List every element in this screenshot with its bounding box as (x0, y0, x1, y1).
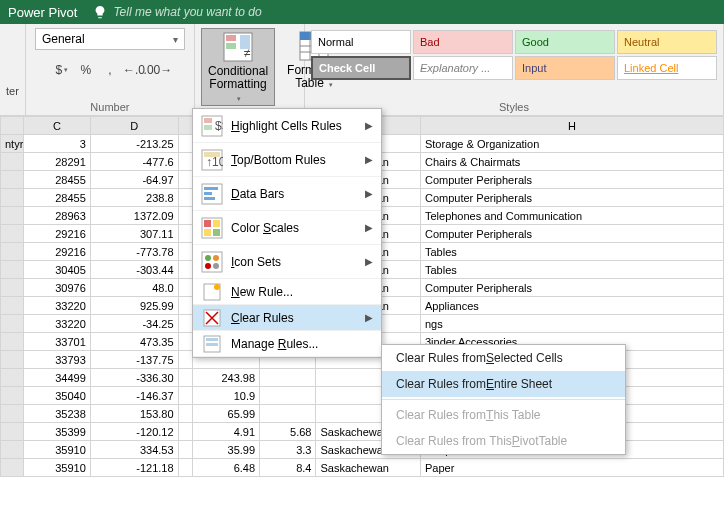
number-format-combo[interactable]: General ▾ (35, 28, 185, 50)
submenu-clear-selected[interactable]: Clear Rules from Selected Cells (382, 345, 625, 371)
increase-decimal-button[interactable]: ←.0 (124, 60, 144, 80)
style-normal[interactable]: Normal (311, 30, 411, 54)
svg-text:≠: ≠ (244, 46, 251, 60)
comma-button[interactable]: , (100, 60, 120, 80)
svg-rect-36 (206, 338, 218, 341)
style-good[interactable]: Good (515, 30, 615, 54)
svg-rect-24 (213, 220, 220, 227)
tell-me-search[interactable]: Tell me what you want to do (93, 5, 261, 19)
svg-rect-2 (226, 43, 236, 49)
submenu-arrow-icon: ▶ (365, 154, 373, 165)
decrease-decimal-button[interactable]: .00→ (148, 60, 168, 80)
svg-point-33 (214, 284, 220, 290)
select-all-corner[interactable] (1, 117, 24, 135)
lightbulb-icon (93, 5, 107, 19)
col-header-h[interactable]: H (420, 117, 723, 135)
svg-text:$>: $> (215, 119, 223, 133)
menu-icon-sets[interactable]: Icon Sets▶ (193, 245, 381, 279)
svg-rect-27 (202, 252, 222, 272)
svg-rect-25 (204, 229, 211, 236)
svg-point-28 (205, 255, 211, 261)
group-label-number: Number (26, 101, 194, 115)
menu-highlight-cells-rules[interactable]: $> Highlight Cells Rules▶ (193, 109, 381, 143)
clear-rules-icon (201, 307, 223, 329)
style-bad[interactable]: Bad (413, 30, 513, 54)
submenu-clear-table: Clear Rules from This Table (382, 402, 625, 428)
menu-new-rule[interactable]: New Rule... (193, 279, 381, 305)
svg-rect-12 (204, 118, 212, 123)
col-header-c[interactable]: C (23, 117, 90, 135)
submenu-arrow-icon: ▶ (365, 312, 373, 323)
currency-button[interactable]: $▾ (52, 60, 72, 80)
table-row[interactable]: 35910-121.186.488.4SaskachewanPaper (1, 459, 724, 477)
new-rule-icon (201, 281, 223, 303)
truncated-button[interactable]: ter (6, 85, 19, 97)
svg-rect-19 (204, 187, 218, 190)
submenu-clear-entire-sheet[interactable]: Clear Rules from Entire Sheet (382, 371, 625, 397)
menu-clear-rules[interactable]: Clear Rules▶ (193, 305, 381, 331)
submenu-clear-pivot: Clear Rules from This PivotTable (382, 428, 625, 454)
manage-rules-icon (201, 333, 223, 355)
style-linked-cell[interactable]: Linked Cell (617, 56, 717, 80)
submenu-arrow-icon: ▶ (365, 120, 373, 131)
menu-data-bars[interactable]: Data Bars▶ (193, 177, 381, 211)
menu-color-scales[interactable]: Color Scales▶ (193, 211, 381, 245)
style-input[interactable]: Input (515, 56, 615, 80)
svg-rect-26 (213, 229, 220, 236)
style-neutral[interactable]: Neutral (617, 30, 717, 54)
svg-rect-1 (226, 35, 236, 41)
submenu-arrow-icon: ▶ (365, 256, 373, 267)
data-bars-icon (201, 183, 223, 205)
svg-rect-23 (204, 220, 211, 227)
conditional-formatting-icon: ≠ (222, 31, 254, 63)
menu-manage-rules[interactable]: Manage Rules... (193, 331, 381, 357)
style-explanatory[interactable]: Explanatory ... (413, 56, 513, 80)
style-check-cell[interactable]: Check Cell (311, 56, 411, 80)
conditional-formatting-menu: $> Highlight Cells Rules▶ ↑10 Top/Bottom… (192, 108, 382, 358)
chevron-down-icon: ▾ (173, 34, 178, 45)
icon-sets-icon (201, 251, 223, 273)
svg-rect-37 (206, 343, 218, 346)
svg-point-29 (213, 255, 219, 261)
col-header-d[interactable]: D (90, 117, 178, 135)
svg-point-31 (213, 263, 219, 269)
svg-rect-20 (204, 192, 212, 195)
svg-rect-13 (204, 125, 212, 130)
top-bottom-icon: ↑10 (201, 149, 223, 171)
svg-text:↑10: ↑10 (206, 155, 223, 169)
svg-rect-21 (204, 197, 215, 200)
svg-point-30 (205, 263, 211, 269)
clear-rules-submenu: Clear Rules from Selected Cells Clear Ru… (381, 344, 626, 455)
menu-top-bottom-rules[interactable]: ↑10 Top/Bottom Rules▶ (193, 143, 381, 177)
conditional-formatting-button[interactable]: ≠ Conditional Formatting ▾ (201, 28, 275, 106)
tab-power-pivot[interactable]: Power Pivot (8, 5, 77, 20)
submenu-arrow-icon: ▶ (365, 222, 373, 233)
color-scales-icon (201, 217, 223, 239)
percent-button[interactable]: % (76, 60, 96, 80)
submenu-arrow-icon: ▶ (365, 188, 373, 199)
highlight-cells-icon: $> (201, 115, 223, 137)
